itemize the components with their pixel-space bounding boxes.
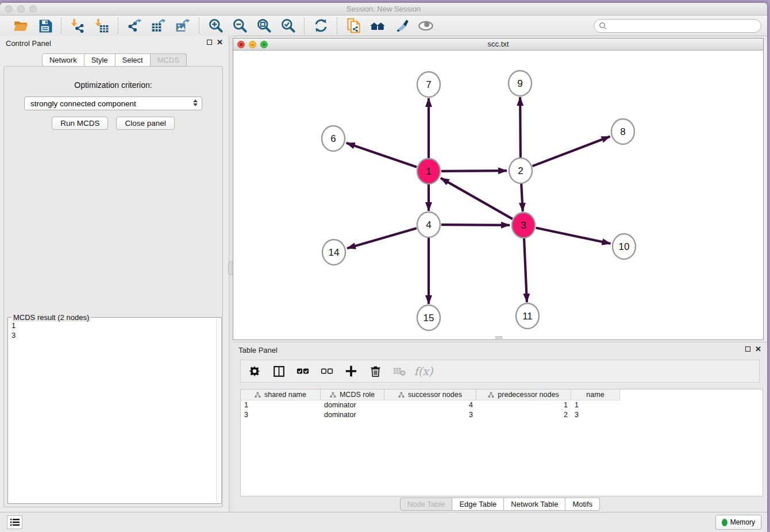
tab-edge-table[interactable]: Edge Table [452,498,504,511]
edge-2-3[interactable] [521,183,523,211]
edge-3-11[interactable] [524,238,527,302]
node-2[interactable]: 2 [509,158,532,183]
columns-icon[interactable] [272,364,286,378]
column-header-name[interactable]: name [571,390,620,400]
column-header-predecessor-nodes[interactable]: predecessor nodes [476,390,571,400]
node-4[interactable]: 4 [417,212,440,237]
import-network-icon[interactable] [70,18,86,34]
show-hide-icon[interactable] [418,18,434,34]
delete-table-icon [392,364,406,378]
table-row[interactable]: 3dominator323 [241,410,763,420]
svg-text:9: 9 [517,78,522,89]
network-canvas[interactable]: 1234678910111415 [233,51,763,340]
open-folder-icon[interactable] [13,18,29,34]
table-row[interactable]: 1dominator411 [241,400,763,410]
cell-mcds_role[interactable]: dominator [321,400,384,410]
cell-mcds_role[interactable]: dominator [321,410,384,420]
close-panel-icon[interactable]: ✕ [217,39,223,45]
tab-motifs[interactable]: Motifs [565,498,600,511]
vizmapper-icon[interactable] [394,18,410,34]
edge-1-6[interactable] [346,143,417,167]
criterion-dropdown[interactable]: strongly connected component [24,97,202,110]
result-scrollbar[interactable] [216,319,220,502]
column-header-shared-name[interactable]: shared name [241,390,321,400]
edge-4-3[interactable] [441,225,510,225]
column-type-icon [255,392,261,398]
refresh-layout-icon[interactable] [313,18,329,34]
edge-3-10[interactable] [536,228,611,244]
network-close-icon[interactable]: ✕ [237,41,245,48]
memory-button[interactable]: Memory [715,515,761,530]
zoom-fit-icon[interactable] [256,18,272,34]
edge-3-1[interactable] [441,178,513,219]
cell-name[interactable]: 3 [571,410,620,420]
zoom-selected-icon[interactable] [280,18,296,34]
tab-network-table[interactable]: Network Table [504,498,565,511]
deselect-all-icon[interactable] [320,364,334,378]
close-panel-button[interactable]: Close panel [116,117,174,130]
close-table-panel-icon[interactable]: ✕ [755,346,761,352]
minimize-window-icon[interactable] [17,5,25,13]
export-network-icon[interactable] [126,18,143,34]
tab-network[interactable]: Network [42,53,84,67]
node-6[interactable]: 6 [322,126,345,151]
zoom-in-icon[interactable] [207,18,224,34]
cell-successor_nodes[interactable]: 3 [384,410,476,420]
edge-4-14[interactable] [347,228,417,248]
cell-predecessor_nodes[interactable]: 2 [476,410,571,420]
node-11[interactable]: 11 [516,303,539,329]
tab-mcds[interactable]: MCDS [151,53,187,67]
clone-network-icon[interactable] [345,18,361,34]
node-14[interactable]: 14 [322,240,345,265]
tab-style[interactable]: Style [84,53,116,67]
export-image-icon[interactable] [175,18,191,34]
main-window: Session: New Session [0,3,767,532]
delete-icon[interactable] [368,364,382,378]
node-8[interactable]: 8 [611,119,634,144]
import-table-icon[interactable] [94,18,110,34]
export-table-icon[interactable] [151,18,167,34]
gear-icon[interactable] [248,364,261,378]
close-window-icon[interactable] [5,5,13,13]
zoom-window-icon[interactable] [29,5,37,13]
table-header-row: shared nameMCDS rolesuccessor nodesprede… [241,390,763,400]
svg-text:7: 7 [426,79,431,90]
edge-2-8[interactable] [533,137,610,167]
column-header-MCDS-role[interactable]: MCDS role [321,390,384,400]
status-bar: Memory [0,512,767,532]
cell-predecessor_nodes[interactable]: 1 [476,400,571,410]
zoom-out-icon[interactable] [232,18,248,34]
run-mcds-button[interactable]: Run MCDS [52,117,108,130]
task-list-icon [10,518,20,526]
node-10[interactable]: 10 [613,234,636,259]
first-neighbors-icon[interactable] [369,18,386,34]
column-header-successor-nodes[interactable]: successor nodes [384,390,476,400]
canvas-resize-handle[interactable] [495,336,502,339]
node-3[interactable]: 3 [512,213,535,238]
network-view-window: ✕ − + scc.txt 1234678910111415 [233,38,764,340]
edge-1-2[interactable] [441,171,507,171]
save-icon[interactable] [37,18,53,34]
float-panel-icon[interactable] [207,40,212,45]
search-input[interactable] [607,21,761,31]
node-15[interactable]: 15 [417,305,440,330]
edge-2-9[interactable] [520,97,521,158]
add-icon[interactable] [344,364,358,378]
float-table-panel-icon[interactable] [745,346,750,352]
tab-node-table[interactable]: Node Table [400,498,453,511]
task-history-button[interactable] [7,515,22,529]
node-7[interactable]: 7 [417,72,440,97]
node-9[interactable]: 9 [509,71,532,96]
main-toolbar [0,16,767,36]
cell-successor_nodes[interactable]: 4 [384,400,476,410]
search-field[interactable] [594,19,761,33]
network-maximize-icon[interactable]: + [260,41,268,48]
mcds-result-list[interactable]: 13 [9,319,215,502]
select-all-icon[interactable] [296,364,310,378]
cell-shared_name[interactable]: 3 [241,410,321,420]
network-minimize-icon[interactable]: − [249,41,256,48]
tab-select[interactable]: Select [116,53,151,67]
cell-name[interactable]: 1 [571,400,620,410]
node-1[interactable]: 1 [417,159,440,184]
cell-shared_name[interactable]: 1 [241,400,321,410]
